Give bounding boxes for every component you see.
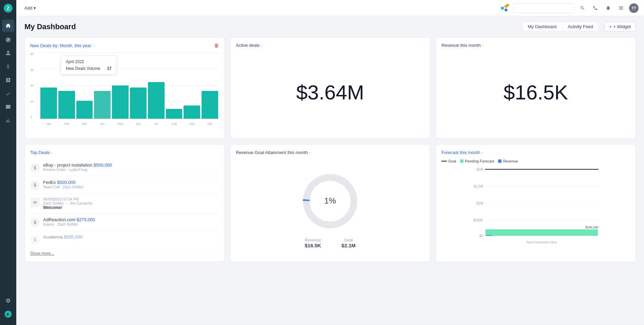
add-widget-button[interactable]: + + Widget bbox=[604, 22, 636, 32]
tooltip-date: April 2022 bbox=[66, 59, 112, 64]
x-label-jun: Jun bbox=[130, 122, 147, 126]
apps-icon-btn[interactable] bbox=[616, 3, 626, 13]
forecast-card-title: Forecast this month › bbox=[441, 150, 630, 155]
top-deals-title: Top Deals › bbox=[30, 150, 219, 155]
deal-name-1: eBay - project installation $500,000 bbox=[43, 162, 219, 168]
legend-goal-label: Goal bbox=[448, 159, 456, 163]
x-label-aug: Aug bbox=[166, 122, 183, 126]
bar-jun bbox=[130, 88, 147, 119]
forecast-chevron: › bbox=[481, 151, 483, 155]
bar-jan-wrapper bbox=[40, 52, 57, 119]
user-avatar[interactable]: TT bbox=[629, 3, 639, 13]
email-date: 09/08/2022 01:54 PM bbox=[43, 197, 219, 201]
deal-icon-2: $ bbox=[30, 180, 40, 190]
legend-revenue-label: Revenue bbox=[503, 159, 518, 163]
active-deals-title-text: Active deals bbox=[236, 43, 260, 48]
top-deals-chevron: › bbox=[51, 151, 53, 155]
goal-label: Goal bbox=[341, 238, 356, 243]
tab-activity-feed[interactable]: Activity Feed bbox=[562, 22, 598, 31]
new-deals-title-link[interactable]: New Deals by: Month, this year bbox=[30, 43, 91, 48]
svg-text:$500K: $500K bbox=[473, 218, 483, 222]
sidebar-item-analytics[interactable] bbox=[2, 115, 14, 127]
deal-name-2: FedEx $500,000 bbox=[43, 180, 219, 185]
email-icon: ✉ bbox=[30, 198, 40, 207]
y-tick-0: 0 bbox=[30, 115, 40, 119]
chart-tooltip: April 2022 New Deals Volume 17 bbox=[61, 56, 117, 75]
deal-amount-4: $265,000 bbox=[64, 234, 82, 240]
active-deals-value: $3.64M bbox=[296, 81, 364, 104]
deal-amount-1: $500,000 bbox=[94, 162, 112, 168]
svg-text:$193.25K: $193.25K bbox=[585, 226, 599, 229]
bar-mar bbox=[76, 101, 93, 119]
bar-jul bbox=[148, 82, 165, 119]
sidebar-item-deals[interactable] bbox=[2, 60, 14, 73]
dashboard-grid: New Deals by: Month, this year › 🗑 40 30… bbox=[24, 37, 636, 262]
search-input[interactable] bbox=[513, 3, 574, 13]
x-label-may: May bbox=[112, 122, 129, 126]
donut-stat-goal: Goal $2.1M bbox=[341, 238, 356, 248]
forecast-card: Forecast this month › Goal Pending Forec… bbox=[436, 144, 636, 262]
x-label-mar: Mar bbox=[76, 122, 93, 126]
tooltip-value: 17 bbox=[107, 66, 111, 71]
notifications-icon-btn[interactable] bbox=[603, 3, 613, 13]
new-deals-card-title: New Deals by: Month, this year › 🗑 bbox=[30, 43, 219, 48]
forecast-title-link[interactable]: Forecast this month bbox=[441, 150, 480, 155]
chevron-down-icon: ▾ bbox=[34, 5, 36, 11]
svg-point-2 bbox=[501, 6, 504, 9]
x-label-feb: Feb bbox=[58, 122, 75, 126]
legend-goal: Goal bbox=[441, 159, 456, 163]
sidebar-item-settings[interactable] bbox=[2, 294, 14, 307]
add-label: Add bbox=[24, 5, 32, 11]
bar-jan bbox=[40, 88, 57, 119]
sidebar-item-reports[interactable] bbox=[2, 74, 14, 86]
tooltip-metric: New Deals Volume bbox=[66, 66, 100, 71]
pending-forecast-bar bbox=[486, 229, 598, 236]
forecast-svg: $2M $1.5M $1M $500K $0 bbox=[441, 166, 630, 247]
new-deals-card: New Deals by: Month, this year › 🗑 40 30… bbox=[24, 37, 225, 139]
phone-icon-btn[interactable] bbox=[590, 3, 600, 13]
svg-text:$1.5M: $1.5M bbox=[474, 185, 483, 188]
deal-item-adreaction: $ AdReaction.com $275,000 Inquiry · Zach… bbox=[30, 214, 219, 231]
sidebar-item-messages[interactable] bbox=[2, 101, 14, 113]
search-icon-btn[interactable] bbox=[577, 3, 587, 13]
deal-sub-2: Team Call · Zach Sollitto bbox=[43, 185, 219, 189]
main-area: Add ▾ bbox=[16, 0, 644, 325]
y-tick-30: 30 bbox=[30, 68, 40, 72]
revenue-month-chevron: › bbox=[482, 43, 484, 47]
add-button[interactable]: Add ▾ bbox=[22, 4, 39, 12]
x-label-sep: Sep bbox=[184, 122, 200, 126]
revenue-bar bbox=[486, 235, 492, 236]
deal-amount-3: $275,000 bbox=[77, 217, 95, 222]
tab-my-dashboard[interactable]: My Dashboard bbox=[523, 22, 563, 31]
goal-line-legend bbox=[441, 161, 447, 161]
top-deals-title-link[interactable]: Top Deals bbox=[30, 150, 50, 155]
sidebar-item-contacts[interactable] bbox=[2, 47, 14, 59]
revenue-month-title-text: Revenue this month bbox=[441, 43, 481, 48]
y-tick-10: 10 bbox=[30, 100, 40, 103]
deal-item-fedex: $ FedEx $500,000 Team Call · Zach Sollit… bbox=[30, 176, 219, 194]
x-label-jul: Jul bbox=[148, 122, 165, 126]
donut-stats: Revenue $16.5K Goal $2.1M bbox=[305, 238, 356, 248]
donut-container: 1% Revenue $16.5K Goal $2.1M bbox=[236, 159, 424, 256]
delete-new-deals-btn[interactable]: 🗑 bbox=[214, 43, 219, 48]
active-deals-card: Active deals › $3.64M bbox=[230, 37, 430, 139]
bar-sep-wrapper bbox=[184, 52, 200, 119]
topbar: Add ▾ bbox=[16, 0, 644, 16]
show-more-link[interactable]: Show more... bbox=[30, 251, 54, 256]
bar-aug-wrapper bbox=[166, 52, 183, 119]
sidebar-zendesk-logo bbox=[4, 310, 12, 322]
page-header: My Dashboard My Dashboard Activity Feed … bbox=[24, 22, 636, 32]
bar-sep bbox=[184, 106, 200, 119]
x-label-apr: Apr bbox=[94, 122, 111, 126]
revenue-goal-chevron: › bbox=[309, 151, 310, 155]
bar-aug bbox=[166, 109, 183, 119]
sidebar-item-home[interactable] bbox=[2, 20, 14, 32]
deal-sub-3: Inquiry · Zach Sollitto bbox=[43, 222, 219, 226]
donut-stat-revenue: Revenue $16.5K bbox=[305, 238, 321, 248]
deal-name-4: Academia $265,000 bbox=[43, 234, 219, 240]
sidebar-item-tasks[interactable] bbox=[2, 88, 14, 100]
x-label-jan: Jan bbox=[40, 122, 57, 126]
sidebar-item-activity[interactable] bbox=[2, 33, 14, 45]
deal-info-1: eBay - project installation $500,000 Rev… bbox=[43, 162, 219, 172]
active-deals-chevron: › bbox=[261, 43, 262, 47]
